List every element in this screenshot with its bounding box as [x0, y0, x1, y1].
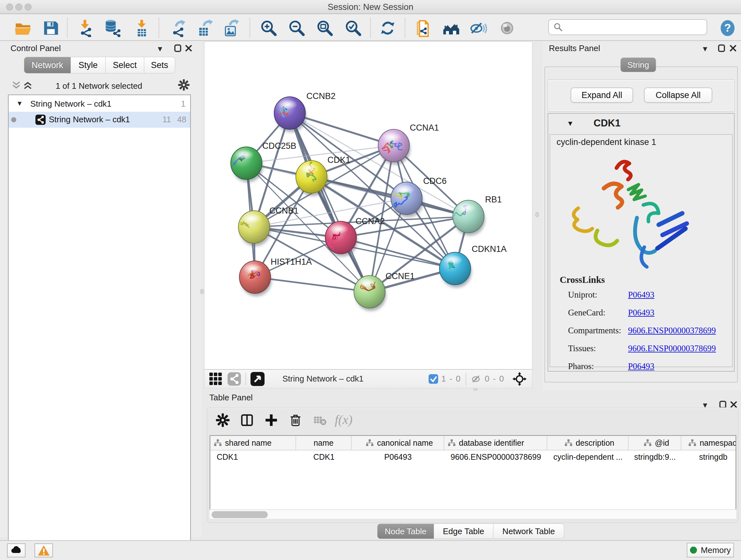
column-header--id[interactable]: @id	[629, 436, 681, 450]
network-node-CCNB1[interactable]	[239, 211, 271, 246]
eye-button[interactable]	[498, 19, 516, 37]
tab-sets[interactable]: Sets	[144, 57, 175, 73]
split-columns-icon[interactable]	[240, 413, 254, 428]
refresh-button[interactable]	[379, 19, 397, 37]
tab-edge-table[interactable]: Edge Table	[434, 523, 493, 539]
close-panel-icon[interactable]	[729, 44, 737, 52]
memory-button[interactable]: Memory	[687, 543, 734, 557]
zoom-in-button[interactable]	[260, 19, 278, 37]
network-view[interactable]: CCNB2CCNA1CDC25BCDK1CDC6RB1CCNB1CCNA2CDK…	[204, 42, 532, 388]
column-header-shared-name[interactable]: shared name	[210, 436, 296, 450]
scrollbar-thumb[interactable]	[212, 511, 268, 518]
table-settings-gear-icon[interactable]	[215, 413, 230, 428]
warning-button[interactable]	[35, 543, 53, 557]
help-button[interactable]: ?	[719, 19, 737, 37]
crosslink-value-link[interactable]: 9606.ENSP00000378699	[628, 326, 716, 335]
right-splitter-handle[interactable]	[535, 212, 539, 217]
tab-string[interactable]: String	[620, 57, 656, 72]
tab-select[interactable]: Select	[106, 57, 144, 73]
grid-view-icon[interactable]	[209, 372, 222, 386]
node-label-HIST1H1A: HIST1H1A	[271, 257, 312, 266]
hide-panel-button[interactable]	[469, 19, 487, 37]
export-network-icon	[170, 19, 187, 37]
crosslink-value-link[interactable]: P06493	[628, 308, 655, 318]
crosslink-label: GeneCard:	[568, 308, 628, 318]
network-node-CCNA2[interactable]	[325, 221, 357, 257]
expand-all-button[interactable]: Expand All	[570, 87, 633, 103]
network-node-RB1[interactable]	[447, 200, 485, 236]
delete-trash-icon[interactable]	[288, 413, 303, 428]
float-panel-icon[interactable]	[718, 44, 726, 52]
table-row[interactable]: CDK1CDK1P064939606.ENSP00000378699cyclin…	[210, 450, 736, 463]
left-splitter-handle[interactable]	[200, 289, 204, 294]
network-node-CCNB2[interactable]	[274, 97, 307, 132]
selected-checkbox-icon[interactable]	[428, 374, 438, 384]
column-header-name[interactable]: name	[296, 436, 352, 450]
tab-network-table[interactable]: Network Table	[493, 523, 564, 539]
table-cell[interactable]: CDK1	[296, 450, 352, 463]
import-network-from-database-button[interactable]	[103, 19, 121, 37]
network-node-CCNA1[interactable]	[378, 129, 410, 165]
node-table[interactable]: shared namenamecanonical namedatabase id…	[210, 435, 736, 519]
table-cell[interactable]: stringdb:9...	[629, 450, 681, 463]
column-header-canonical-name[interactable]: canonical name	[352, 436, 444, 450]
network-node-CDC6[interactable]	[384, 182, 423, 217]
collapse-all-button[interactable]: Collapse All	[644, 87, 712, 103]
network-row[interactable]: String Network – cdk1 11 48	[9, 112, 190, 128]
table-cell[interactable]: cyclin-dependent ...	[547, 450, 629, 463]
table-horizontal-scrollbar[interactable]	[210, 509, 736, 519]
collapse-all-networks-icon[interactable]	[23, 80, 32, 90]
birdseye-view-icon[interactable]	[251, 372, 265, 386]
tab-style[interactable]: Style	[71, 57, 106, 73]
zoom-fit-button[interactable]	[316, 19, 334, 37]
expand-all-networks-icon[interactable]	[11, 80, 21, 90]
network-node-HIST1H1A[interactable]	[239, 261, 272, 296]
column-header-namespace[interactable]: namespace	[681, 436, 736, 450]
import-table-button[interactable]	[133, 19, 151, 37]
tab-node-table[interactable]: Node Table	[377, 523, 434, 539]
search-field[interactable]	[548, 19, 707, 35]
add-column-icon[interactable]	[264, 413, 279, 428]
crosslink-value-link[interactable]: P06493	[628, 361, 655, 371]
float-panel-icon[interactable]	[174, 44, 182, 52]
cloud-icon	[10, 544, 23, 557]
crosslink-value-link[interactable]: P06493	[628, 290, 655, 300]
tab-network[interactable]: Network	[24, 57, 71, 73]
collapse-panel-icon[interactable]: ▼	[701, 45, 709, 53]
close-panel-icon[interactable]	[185, 44, 193, 52]
network-node-CDC25B[interactable]	[231, 147, 263, 182]
tree-expander-icon[interactable]: ▼	[16, 100, 23, 107]
column-header-description[interactable]: description	[547, 436, 629, 450]
function-builder-icon[interactable]: f(x)	[335, 412, 353, 427]
export-image-button[interactable]	[223, 19, 241, 37]
open-session-button[interactable]	[14, 19, 32, 37]
import-network-button[interactable]	[76, 19, 94, 37]
table-cell[interactable]: stringdb	[681, 450, 736, 463]
zoom-out-button[interactable]	[288, 19, 306, 37]
save-session-button[interactable]	[42, 19, 60, 37]
network-options-gear-icon[interactable]	[178, 78, 190, 91]
table-cell[interactable]: 9606.ENSP00000378699	[444, 450, 547, 463]
network-graph[interactable]: CCNB2CCNA1CDC25BCDK1CDC6RB1CCNB1CCNA2CDK…	[205, 42, 532, 368]
share-document-button[interactable]	[415, 19, 433, 37]
table-cell[interactable]: CDK1	[210, 450, 296, 463]
network-collection-row[interactable]: ▼ String Network – cdk1 1	[9, 97, 190, 112]
network-node-CDKN1A[interactable]	[440, 252, 472, 288]
cloud-button[interactable]	[7, 543, 25, 557]
crosslink-value-link[interactable]: 9606.ENSP00000378699	[628, 344, 716, 354]
table-cell[interactable]: P06493	[352, 450, 444, 463]
network-selection-status: 1 of 1 Network selected	[35, 81, 163, 91]
export-network-button[interactable]	[170, 19, 187, 37]
network-node-CCNE1[interactable]	[354, 275, 386, 311]
collapse-panel-icon[interactable]: ▼	[156, 45, 164, 53]
crosshair-icon[interactable]	[512, 372, 527, 386]
delete-table-icon[interactable]	[313, 413, 327, 428]
home-button[interactable]	[442, 19, 460, 37]
search-input[interactable]	[563, 22, 700, 32]
zoom-selected-button[interactable]	[344, 19, 362, 37]
protein-expander-icon[interactable]: ▼	[567, 119, 574, 128]
network-node-CDK1[interactable]	[296, 159, 328, 196]
column-header-database-identifier[interactable]: database identifier	[444, 436, 547, 450]
network-badge-icon[interactable]	[227, 372, 241, 386]
export-table-button[interactable]	[197, 19, 214, 37]
